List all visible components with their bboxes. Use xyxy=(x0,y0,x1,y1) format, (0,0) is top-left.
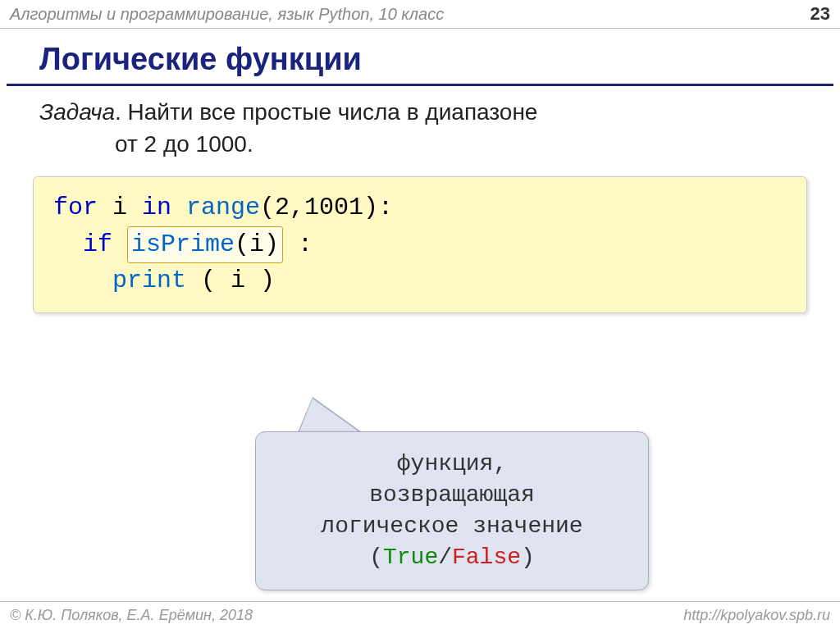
code-line-3: print ( i ) xyxy=(53,263,787,299)
fn-isprime: isPrime xyxy=(131,230,235,258)
isprime-args: (i) xyxy=(235,230,279,258)
callout-line-2: возвращающая xyxy=(279,480,625,511)
code-line-2: if isPrime(i) : xyxy=(53,226,787,264)
false-value: False xyxy=(452,545,521,570)
keyword-in: in xyxy=(142,194,171,221)
footer-bar: © К.Ю. Поляков, Е.А. Ерёмин, 2018 http:/… xyxy=(0,601,840,629)
keyword-for: for xyxy=(53,194,98,221)
fn-range: range xyxy=(171,194,260,221)
task-text-1: . Найти все простые числа в диапазоне xyxy=(115,99,537,125)
callout-box: функция, возвращающая логическое значени… xyxy=(255,431,649,590)
colon: : xyxy=(283,230,313,258)
footer-copyright: © К.Ю. Поляков, Е.А. Ерёмин, 2018 xyxy=(10,607,253,624)
task-description: Задача. Найти все простые числа в диапаз… xyxy=(0,86,840,160)
print-args: ( i ) xyxy=(186,267,275,294)
paren-close: ) xyxy=(521,545,535,570)
header-subject: Алгоритмы и программирование, язык Pytho… xyxy=(10,5,444,24)
range-args: (2,1001): xyxy=(260,194,393,221)
callout-line-3: логическое значение xyxy=(279,511,625,542)
page-number: 23 xyxy=(810,3,830,25)
slash: / xyxy=(438,545,452,570)
code-line-1: for i in range(2,1001): xyxy=(53,190,787,226)
callout-line-1: функция, xyxy=(279,449,625,480)
keyword-if: if xyxy=(83,230,112,258)
task-label: Задача xyxy=(39,99,115,125)
callout-line-4: (True/False) xyxy=(279,542,625,573)
task-text-2: от 2 до 1000. xyxy=(39,128,840,160)
code-block: for i in range(2,1001): if isPrime(i) : … xyxy=(33,176,807,313)
header-bar: Алгоритмы и программирование, язык Pytho… xyxy=(0,0,840,29)
highlighted-call: isPrime(i) xyxy=(127,226,283,264)
paren-open: ( xyxy=(369,545,383,570)
true-value: True xyxy=(383,545,438,570)
footer-url: http://kpolyakov.spb.ru xyxy=(683,607,830,624)
slide-title: Логические функции xyxy=(7,29,833,86)
callout: функция, возвращающая логическое значени… xyxy=(255,431,649,590)
var-i: i xyxy=(98,194,142,221)
fn-print: print xyxy=(112,267,186,294)
